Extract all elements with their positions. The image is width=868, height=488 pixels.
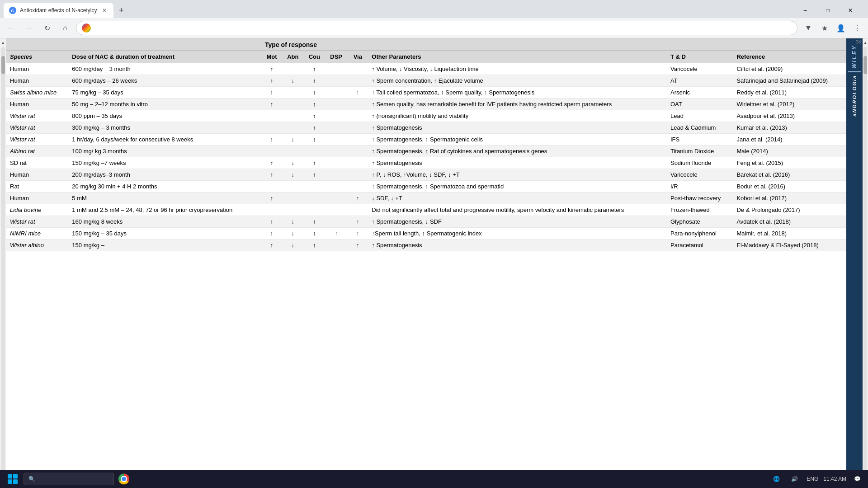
- wiley-journal-label: aNDROLOGia: [852, 75, 857, 117]
- cell-cou: ↑: [304, 134, 326, 145]
- cell-abn: [282, 145, 304, 157]
- minimize-button[interactable]: –: [795, 4, 816, 17]
- cell-species: Wistar albino: [6, 239, 68, 251]
- right-scroll-thumb[interactable]: [863, 56, 867, 74]
- cell-other: ↑ Spermatogenesis: [368, 157, 667, 169]
- col-header-via: Via: [347, 51, 368, 63]
- language-indicator[interactable]: ENG: [805, 472, 820, 486]
- cell-other: ↑ Spermatogenesis: [368, 239, 667, 251]
- menu-button[interactable]: ⋮: [850, 21, 864, 35]
- cell-other: ↑ Sperm concentration, ↑ Ejaculate volum…: [368, 75, 667, 87]
- table-row: Lidia bovine 1 mM and 2.5 mM – 24, 48, 7…: [6, 204, 846, 216]
- new-tab-button[interactable]: +: [115, 4, 128, 17]
- nav-extras: ▼ ★ 👤 ⋮: [801, 21, 864, 35]
- cell-other: ↑ Spermatogenesis, ↑ Spermatogenic cells: [368, 134, 667, 145]
- nav-bar: ← → ↻ ⌂ ▼ ★ 👤 ⋮: [0, 18, 868, 38]
- back-button[interactable]: ←: [4, 21, 18, 35]
- account-button[interactable]: 👤: [834, 21, 848, 35]
- bookmark-button[interactable]: ★: [817, 21, 832, 35]
- cell-mot: ↑: [261, 239, 282, 251]
- cell-species: NIMRI mice: [6, 228, 68, 239]
- cell-species: Human: [6, 75, 68, 87]
- cell-via: [347, 122, 368, 134]
- cell-ref: Asadpour et al. (2013): [733, 110, 846, 122]
- cell-td: Sodium fluoride: [667, 157, 733, 169]
- header-row-2: Species Dose of NAC & duration of treatm…: [6, 51, 846, 63]
- taskbar-chrome-icon[interactable]: [116, 471, 132, 487]
- cell-other: ↑ Semen quality, has remarkable benefit …: [368, 99, 667, 110]
- table-container[interactable]: Type of response Species Dose of NAC & d…: [6, 38, 846, 488]
- network-icon[interactable]: 🌐: [769, 472, 783, 486]
- cell-dose: 800 ppm – 35 days: [68, 110, 261, 122]
- cell-dsp: [325, 134, 347, 145]
- cell-dose: 150 mg/kg –7 weeks: [68, 157, 261, 169]
- right-scroll-track: [863, 47, 867, 480]
- cell-dose: 75 mg/kg – 35 days: [68, 87, 261, 99]
- close-button[interactable]: ✕: [840, 4, 861, 17]
- table-row: SD rat 150 mg/kg –7 weeks ↑ ↓ ↑ ↑ Sperma…: [6, 157, 846, 169]
- left-scrollbar[interactable]: ▲ ▼: [0, 38, 6, 488]
- active-tab[interactable]: G Antioxidant effects of N-acetylcy ✕: [4, 3, 113, 18]
- taskbar-clock[interactable]: 11:42 AM: [823, 476, 846, 482]
- cell-mot: ↑: [261, 157, 282, 169]
- cell-species: Human: [6, 99, 68, 110]
- cell-mot: [261, 204, 282, 216]
- tab-title: Antioxidant effects of N-acetylcy: [20, 7, 97, 14]
- table-row: Wistar albino 150 mg/kg – ↑ ↓ ↑ ↑ ↑ Sper…: [6, 239, 846, 251]
- cell-other: ↑ (nonsignificant) motility and viabilit…: [368, 110, 667, 122]
- right-scroll-up[interactable]: ▲: [862, 39, 868, 46]
- cell-cou: ↑: [304, 157, 326, 169]
- cell-dose: 300 mg/kg – 3 months: [68, 122, 261, 134]
- cell-td: I/R: [667, 181, 733, 192]
- cell-via: ↑: [347, 228, 368, 239]
- cell-td: Lead & Cadmium: [667, 122, 733, 134]
- cell-abn: [282, 63, 304, 75]
- taskbar-search[interactable]: 🔍: [24, 473, 114, 485]
- reload-button[interactable]: ↻: [40, 21, 54, 35]
- cell-abn: [282, 204, 304, 216]
- cell-td: Varicocele: [667, 169, 733, 181]
- cell-cou: ↑: [304, 216, 326, 228]
- cell-dsp: [325, 87, 347, 99]
- home-button[interactable]: ⌂: [58, 21, 72, 35]
- cell-cou: ↑: [304, 63, 326, 75]
- scroll-thumb[interactable]: [1, 56, 5, 74]
- address-input[interactable]: [94, 24, 792, 32]
- cell-via: [347, 75, 368, 87]
- taskbar-right: 🌐 🔊 ENG 11:42 AM 💬: [769, 472, 864, 486]
- cell-ref: Bodur et al. (2016): [733, 181, 846, 192]
- cell-dose: 50 mg – 2–12 months in vitro: [68, 99, 261, 110]
- cell-dsp: [325, 181, 347, 192]
- maximize-button[interactable]: □: [817, 4, 838, 17]
- notification-center-icon[interactable]: 💬: [850, 472, 864, 486]
- cell-td: Paracetamol: [667, 239, 733, 251]
- cell-abn: [282, 99, 304, 110]
- tab-favicon: G: [9, 7, 16, 14]
- chrome-logo: [118, 474, 129, 484]
- cell-ref: Malmir, et al. 2018): [733, 228, 846, 239]
- cell-dsp: [325, 169, 347, 181]
- extensions-button[interactable]: ▼: [801, 21, 816, 35]
- right-scrollbar[interactable]: ▲ ▼: [863, 38, 868, 488]
- taskbar: 🔍 🌐 🔊 ENG 11:42 AM 💬: [0, 470, 868, 488]
- table-row: Albino rat 100 mg/ kg 3 months ↑ Spermat…: [6, 145, 846, 157]
- col-header-dose: Dose of NAC & duration of treatment: [68, 51, 261, 63]
- volume-icon[interactable]: 🔊: [787, 472, 802, 486]
- header-row-1: Type of response: [6, 38, 846, 51]
- tab-close-button[interactable]: ✕: [101, 7, 108, 14]
- cell-cou: ↑: [304, 87, 326, 99]
- window-controls: – □ ✕: [795, 4, 864, 17]
- cell-abn: ↓: [282, 216, 304, 228]
- cell-td: AT: [667, 75, 733, 87]
- forward-button[interactable]: →: [22, 21, 36, 35]
- cell-ref: Safarinejad and Safarinejad (2009): [733, 75, 846, 87]
- cell-cou: [304, 204, 326, 216]
- start-button[interactable]: [4, 470, 22, 488]
- cell-td: Para-nonylphenol: [667, 228, 733, 239]
- cell-td: Arsenic: [667, 87, 733, 99]
- scroll-up-arrow[interactable]: ▲: [0, 39, 6, 46]
- cell-abn: ↓: [282, 169, 304, 181]
- cell-mot: ↑: [261, 228, 282, 239]
- cell-species: Wistar rat: [6, 122, 68, 134]
- address-bar[interactable]: [76, 21, 797, 35]
